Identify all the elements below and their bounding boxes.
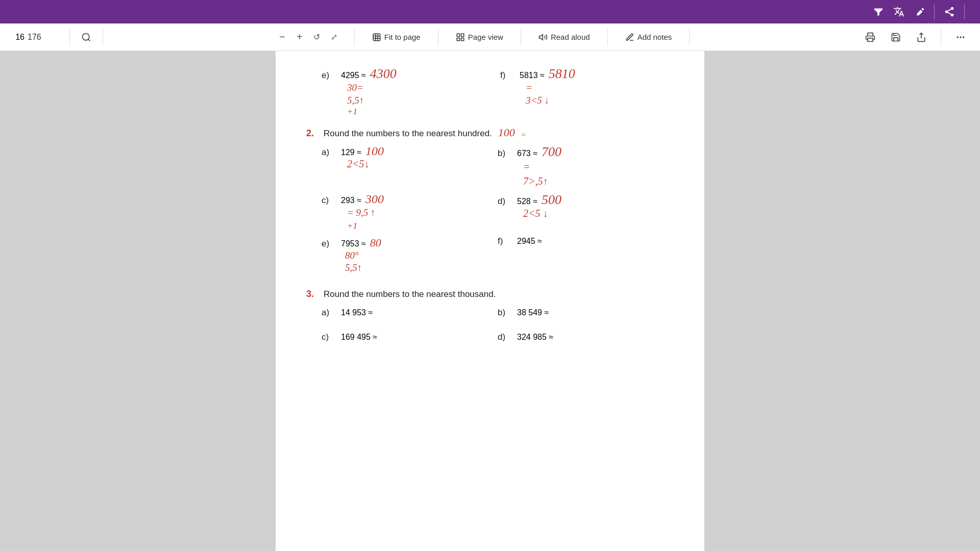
svg-line-3 [948, 12, 951, 14]
nav-divider5 [521, 29, 521, 46]
e-answer: 4300 [370, 66, 397, 82]
e-answer-s2: 80 [370, 236, 381, 249]
search-button[interactable] [78, 29, 94, 45]
e-notes-s2: 80° 5,5↑ [345, 249, 498, 274]
prob-b-line: b) 673 ≈ 700 [498, 144, 674, 160]
main-area: e) 4295 ≈ 4300 30= 5,5↑ +1 f) 5813 ≈ 581… [0, 51, 980, 551]
svg-point-1 [945, 10, 948, 13]
section3-num: 3. [306, 289, 317, 299]
svg-rect-10 [457, 38, 459, 40]
svg-point-0 [951, 7, 954, 10]
section3-text: Round the numbers to the nearest thousan… [324, 289, 496, 299]
d-label-s3: d) [498, 332, 513, 342]
prob-d-line-s3: d) 324 985 ≈ [498, 332, 674, 342]
prob-e-line-s2: e) 7953 ≈ 80 [322, 236, 498, 249]
svg-line-6 [88, 39, 90, 41]
d-note-s2: 2<5 ↓ [523, 208, 674, 219]
svg-point-5 [83, 33, 89, 40]
svg-rect-8 [457, 34, 459, 36]
prob-row-cd-s3: c) 169 495 ≈ d) 324 985 ≈ [322, 332, 674, 342]
f-answer: 5810 [549, 66, 575, 82]
nav-right [861, 29, 970, 46]
c-notes-s2: = 9,5 ↑ +1 [347, 206, 498, 232]
e-number-s2: 7953 ≈ [341, 239, 366, 248]
add-notes-label: Add notes [638, 33, 672, 41]
print-button[interactable] [861, 29, 879, 45]
translate-icon[interactable] [893, 6, 904, 17]
zoom-reset-button[interactable]: ↺ [309, 30, 325, 45]
b-number-s3: 38 549 ≈ [517, 308, 549, 317]
a-label-s3: a) [322, 308, 337, 318]
zoom-in-button[interactable]: + [292, 30, 307, 45]
b-label-s2: b) [498, 148, 513, 159]
svg-rect-7 [373, 34, 380, 41]
prob-c-line-s3: c) 169 495 ≈ [322, 332, 498, 342]
nav-divider6 [607, 29, 608, 46]
e-label-s2: e) [322, 239, 337, 249]
zoom-controls: − + ↺ ⤢ [275, 30, 342, 45]
page-view-label: Page view [468, 33, 503, 41]
svg-point-16 [957, 37, 958, 38]
d-answer-s2: 500 [542, 192, 561, 208]
prob-b-line-s3: b) 38 549 ≈ [498, 308, 674, 318]
svg-point-15 [963, 37, 964, 38]
c-answer-s2: 300 [365, 192, 384, 206]
e-note1: 30= [347, 82, 495, 94]
prob-e-s2: e) 7953 ≈ 80 80° 5,5↑ [322, 236, 498, 274]
e-note2-s2: 5,5↑ [345, 262, 498, 274]
f-note2: 3<5 ↓ [526, 94, 674, 107]
zoom-out-button[interactable]: − [275, 30, 290, 45]
b-note-s2: = 7>,5↑ [523, 160, 674, 188]
e-note2: 5,5↑ [347, 94, 495, 107]
fit-to-page-button[interactable]: Fit to page [367, 30, 426, 45]
nav-divider3 [354, 29, 355, 46]
section3: 3. Round the numbers to the nearest thou… [306, 289, 674, 342]
section3-problems: a) 14 953 ≈ b) 38 549 ≈ [322, 308, 674, 342]
b-note-val: 7>,5↑ [523, 174, 674, 188]
highlight-icon[interactable] [914, 6, 925, 17]
e-number: 4295 ≈ [341, 71, 366, 80]
save-button[interactable] [887, 29, 905, 45]
add-notes-button[interactable]: Add notes [620, 30, 677, 45]
prob-f-s2: f) 2945 ≈ [498, 236, 674, 274]
c-plus1: +1 [347, 220, 498, 232]
page-view-button[interactable]: Page view [451, 30, 508, 45]
nav-center: − + ↺ ⤢ Fit to page Page view Read aloud… [111, 29, 856, 46]
prob-d-s3: d) 324 985 ≈ [498, 332, 674, 342]
section2-problems: a) 129 ≈ 100 2<5↓ b) 673 ≈ 700 [322, 144, 674, 274]
prob-a-line: a) 129 ≈ 100 [322, 144, 498, 158]
top-toolbar [0, 0, 980, 23]
section2-text: Round the numbers to the nearest hundred… [324, 129, 492, 139]
prob-b-s2: b) 673 ≈ 700 = 7>,5↑ [498, 144, 674, 188]
section2-annotation: 100 [498, 126, 515, 139]
svg-rect-12 [868, 38, 873, 41]
prob-d-s2: d) 528 ≈ 500 2<5 ↓ [498, 192, 674, 232]
zoom-fullscreen-button[interactable]: ⤢ [327, 30, 342, 45]
more-button[interactable] [951, 29, 970, 45]
section2-underline: = [521, 131, 526, 139]
e-plus1: +1 [347, 107, 495, 117]
share-icon[interactable] [944, 6, 955, 17]
f-label-s2: f) [498, 236, 513, 246]
share2-button[interactable] [912, 29, 930, 45]
a-number-s2: 129 ≈ [341, 148, 361, 157]
toolbar-divider [934, 4, 935, 19]
c-number-s2: 293 ≈ [341, 196, 361, 205]
f-number: 5813 ≈ [520, 71, 545, 80]
section3-header: 3. Round the numbers to the nearest thou… [306, 289, 674, 299]
prob-a-s2: a) 129 ≈ 100 2<5↓ [322, 144, 498, 188]
a-label-s2: a) [322, 147, 337, 158]
a-note-s2: 2<5↓ [347, 158, 498, 170]
read-aloud-button[interactable]: Read aloud [533, 30, 595, 45]
a-number-s3: 14 953 ≈ [341, 308, 373, 317]
prob-a-s3: a) 14 953 ≈ [322, 308, 498, 318]
filter-icon[interactable] [873, 6, 884, 17]
f-notes: = 3<5 ↓ [526, 82, 674, 107]
page-input[interactable]: e) [10, 33, 24, 42]
section1-partial: e) 4295 ≈ 4300 30= 5,5↑ +1 f) 5813 ≈ 581… [306, 66, 674, 117]
d-label-s2: d) [498, 196, 513, 207]
svg-point-2 [951, 14, 954, 16]
prob-e-line: e) 4295 ≈ 4300 [322, 66, 495, 82]
nav-divider2 [103, 29, 103, 46]
prob-row-cd: c) 293 ≈ 300 = 9,5 ↑ +1 d) 528 ≈ [322, 192, 674, 232]
